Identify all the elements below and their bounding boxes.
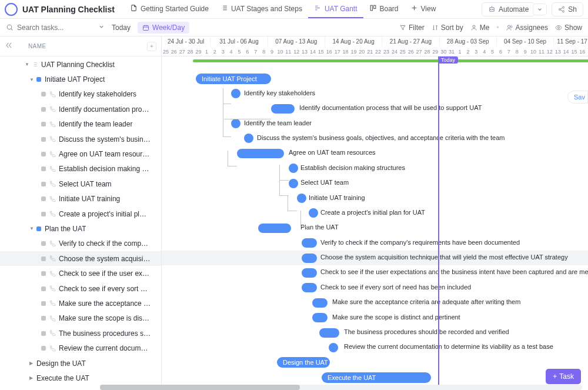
tree-row[interactable]: Choose the system acquisi… [0, 251, 161, 266]
day-header-cell[interactable]: 7 [252, 46, 260, 56]
tree-row[interactable]: Agree on UAT team resour… [0, 146, 161, 161]
gantt-task[interactable] [302, 238, 317, 248]
day-header-cell[interactable]: 16 [578, 46, 586, 56]
gantt-milestone[interactable] [289, 164, 298, 173]
day-header-cell[interactable]: 10 [276, 46, 284, 56]
expand-toggle[interactable]: ▶ [29, 361, 34, 366]
gantt-bar[interactable]: Design the UAT [277, 357, 330, 368]
gantt-task[interactable] [302, 254, 317, 263]
tree-row[interactable]: Make sure the scope is dis… [0, 311, 161, 326]
filter-button[interactable]: Filter [399, 24, 425, 32]
day-header-cell[interactable]: 5 [489, 46, 497, 56]
expand-toggle[interactable]: ▼ [25, 62, 29, 67]
tab-uat-gantt[interactable]: UAT Gantt [308, 1, 363, 18]
tab-getting-started-guide[interactable]: Getting Started Guide [124, 1, 215, 18]
day-header-cell[interactable]: 24 [390, 46, 399, 56]
tree-row[interactable]: Identify documentation pro… [0, 102, 161, 116]
day-header-cell[interactable]: 11 [284, 46, 292, 56]
tree-row[interactable]: Discuss the system's busin… [0, 132, 161, 146]
day-header-cell[interactable]: 21 [366, 46, 374, 56]
day-header-cell[interactable]: 2 [211, 46, 219, 56]
tree-row[interactable]: Check to see if the user ex… [0, 266, 161, 281]
automate-dropdown[interactable] [533, 4, 547, 15]
day-header-cell[interactable]: 1 [456, 46, 464, 56]
day-header-cell[interactable]: 18 [342, 46, 350, 56]
gantt-task[interactable] [312, 298, 328, 308]
day-header-cell[interactable]: 19 [349, 46, 358, 56]
app-logo[interactable] [5, 3, 18, 16]
day-header-cell[interactable]: 8 [260, 46, 268, 56]
horizontal-scrollbar[interactable] [100, 385, 582, 390]
gantt-task[interactable] [237, 149, 284, 158]
day-header-cell[interactable]: 25 [399, 46, 407, 56]
expand-toggle[interactable]: ▼ [29, 77, 34, 82]
day-header-cell[interactable]: 14 [309, 46, 317, 56]
tree-row[interactable]: Initiate UAT training [0, 192, 161, 206]
search-box[interactable] [6, 24, 91, 32]
day-header-cell[interactable]: 7 [505, 46, 513, 56]
search-dropdown[interactable] [98, 24, 105, 32]
day-header-cell[interactable]: 12 [546, 46, 554, 56]
day-header-cell[interactable]: 13 [554, 46, 562, 56]
week-header-cell[interactable]: 31 Jul - 06 Aug [211, 36, 268, 46]
day-header-cell[interactable]: 9 [521, 46, 529, 56]
tree-row[interactable]: Check to see if every sort … [0, 281, 161, 296]
week-header-cell[interactable]: 21 Aug - 27 Aug [382, 36, 439, 46]
day-header-cell[interactable]: 23 [382, 46, 390, 56]
gantt-milestone[interactable] [329, 343, 338, 352]
day-header-cell[interactable]: 5 [235, 46, 243, 56]
gantt-task[interactable] [258, 224, 291, 233]
save-pill[interactable]: Sav [567, 91, 588, 104]
week-header-cell[interactable]: 07 Aug - 13 Aug [268, 36, 325, 46]
gantt-milestone[interactable] [244, 134, 253, 143]
gantt-milestone[interactable] [309, 208, 318, 218]
day-header-cell[interactable]: 27 [415, 46, 423, 56]
day-header-cell[interactable]: 26 [407, 46, 415, 56]
gantt-bar[interactable]: Initiate UAT Project [196, 74, 271, 84]
tree-row[interactable]: Identify key stakeholders [0, 87, 161, 102]
share-button[interactable]: Sh [552, 2, 583, 16]
tree-row[interactable]: The business procedures s… [0, 326, 161, 341]
search-input[interactable] [17, 24, 76, 32]
tree-row[interactable]: ▼Initiate UAT Project [0, 72, 161, 86]
automate-button[interactable]: Automate [482, 2, 535, 16]
week-header-cell[interactable]: 11 Sep - 17 Sep [554, 36, 588, 46]
tree-row[interactable]: Verify to check if the comp… [0, 236, 161, 251]
gantt-milestone[interactable] [231, 89, 240, 98]
day-header-cell[interactable]: 31 [447, 46, 456, 56]
assignees-button[interactable]: Assignees [506, 24, 548, 32]
tab-view[interactable]: View [405, 1, 442, 18]
tree-row[interactable]: Create a project's initial pl… [0, 206, 161, 221]
day-header-cell[interactable]: 12 [292, 46, 300, 56]
gantt-task[interactable] [302, 268, 317, 278]
tab-board[interactable]: Board [363, 1, 405, 18]
day-header-cell[interactable]: 4 [227, 46, 235, 56]
day-header-cell[interactable]: 4 [480, 46, 489, 56]
gantt-milestone[interactable] [231, 119, 240, 128]
day-header-cell[interactable]: 3 [219, 46, 227, 56]
day-header-cell[interactable]: 17 [333, 46, 342, 56]
gantt-bar[interactable]: Execute the UAT [322, 372, 431, 383]
day-header-cell[interactable]: 9 [268, 46, 276, 56]
day-header-cell[interactable]: 29 [431, 46, 439, 56]
tree-row[interactable]: ▼UAT Planning Checklist [0, 57, 161, 72]
day-header-cell[interactable]: 25 [162, 46, 170, 56]
day-header-cell[interactable]: 27 [178, 46, 186, 56]
day-header-cell[interactable]: 11 [537, 46, 546, 56]
weekday-toggle[interactable]: Week/Day [138, 22, 189, 34]
day-header-cell[interactable]: 6 [497, 46, 505, 56]
show-button[interactable]: Show [555, 24, 582, 32]
day-header-cell[interactable]: 15 [570, 46, 579, 56]
day-header-cell[interactable]: 20 [358, 46, 366, 56]
day-header-cell[interactable]: 2 [464, 46, 472, 56]
week-header-cell[interactable]: 14 Aug - 20 Aug [325, 36, 382, 46]
sortby-button[interactable]: Sort by [432, 24, 463, 32]
tab-uat-stages-and-steps[interactable]: UAT Stages and Steps [215, 1, 308, 18]
day-header-cell[interactable]: 16 [325, 46, 333, 56]
tree-row[interactable]: ▶Execute the UAT [0, 371, 161, 385]
day-header-cell[interactable]: 3 [472, 46, 480, 56]
day-header-cell[interactable]: 8 [513, 46, 521, 56]
tree-row[interactable]: Establish decision making … [0, 162, 161, 176]
expand-toggle[interactable]: ▼ [29, 226, 34, 231]
tree-row[interactable]: ▼Plan the UAT [0, 221, 161, 236]
